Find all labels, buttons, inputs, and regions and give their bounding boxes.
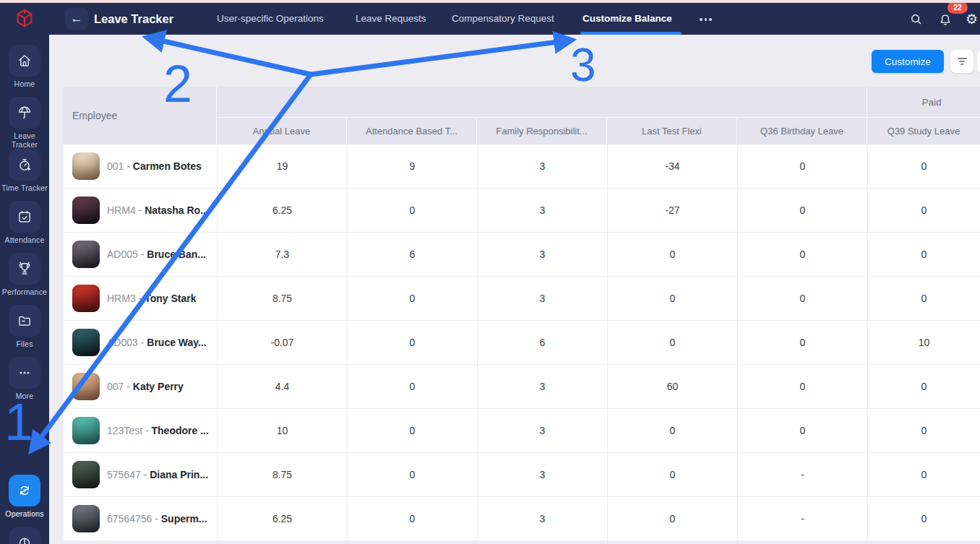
table-row[interactable]: AD005 - Bruce Ban... 7.3 6 3 0 0 0 (64, 233, 980, 277)
employee-avatar (72, 285, 100, 312)
sidebar-item-performance[interactable]: Performance (0, 253, 49, 296)
sidebar-item-label: Time Tracker (0, 184, 49, 192)
employee-name: HRM4 - Natasha Ro... (107, 204, 209, 216)
sidebar-item-leave-tracker[interactable]: Leave Tracker (0, 97, 49, 149)
app-logo-icon[interactable] (14, 7, 35, 29)
sidebar-item-label: More (0, 392, 49, 400)
balance-cell: 0 (607, 277, 737, 320)
balance-cell: 0 (737, 277, 867, 320)
column-header[interactable]: Last Test Flexi (607, 118, 737, 144)
balance-cell: 0 (867, 144, 980, 188)
balance-cell: 0 (867, 365, 980, 408)
balance-cell: 7.3 (217, 233, 347, 276)
balance-cell: 0 (867, 409, 980, 452)
clipped-toolbar-button[interactable] (977, 50, 980, 73)
balance-cell: 3 (477, 453, 607, 496)
balance-cell: 0 (737, 365, 867, 408)
column-header[interactable]: Q36 Birthday Leave (737, 118, 867, 144)
balance-cell: 3 (477, 365, 607, 408)
sidebar-item-more[interactable]: More (0, 357, 49, 400)
employee-avatar (72, 152, 100, 180)
employee-avatar (72, 505, 100, 532)
employee-name: AD003 - Bruce Way... (107, 337, 207, 348)
table-row[interactable]: HRM4 - Natasha Ro... 6.25 0 3 -27 0 0 (64, 189, 980, 233)
tab-compensatory-request[interactable]: Compensatory Request (452, 13, 554, 24)
balance-cell: 6.25 (217, 497, 347, 540)
table-row[interactable]: 007 - Katy Perry 4.4 0 3 60 0 0 (64, 365, 980, 409)
balance-cell: 0 (867, 277, 980, 320)
balance-cell: 0 (737, 321, 867, 364)
balance-cell: 0 (737, 409, 867, 452)
employee-avatar (72, 241, 100, 268)
balance-cell: 0 (347, 497, 477, 540)
sidebar-item-attendance[interactable]: Attendance (0, 201, 49, 244)
balance-cell: 0 (737, 233, 867, 276)
settings-gear-icon[interactable]: ⚙ (966, 9, 978, 28)
employee-avatar (72, 197, 100, 224)
notifications-bell-icon[interactable] (937, 12, 953, 28)
group-header-band (217, 87, 867, 117)
more-tabs-icon[interactable] (700, 18, 712, 21)
column-headers: Annual LeaveAttendance Based T...Family … (217, 117, 980, 144)
employee-name: 123Test - Theodore ... (107, 425, 209, 436)
sidebar-item-label: Files (0, 340, 49, 348)
tab-customize-balance[interactable]: Customize Balance (583, 13, 672, 24)
window-edge-strip (0, 0, 980, 3)
table-row[interactable]: AD003 - Bruce Way... -0.07 0 6 0 0 10 (64, 321, 980, 365)
balance-cell: 0 (347, 365, 477, 408)
balance-cell: 0 (347, 189, 477, 232)
balance-cell: 6 (347, 233, 477, 276)
table-row[interactable]: HRM3 - Tony Stark 8.75 0 3 0 0 0 (64, 277, 980, 321)
employee-avatar (72, 373, 100, 400)
table-row[interactable]: 67564756 - Superm... 6.25 0 3 0 - 0 (64, 497, 980, 541)
back-button[interactable]: ← (65, 8, 88, 30)
sidebar-item-files[interactable]: Files (0, 305, 49, 348)
column-header[interactable]: Annual Leave (217, 118, 347, 144)
table-row[interactable]: 123Test - Theodore ... 10 0 3 0 0 0 (64, 409, 980, 453)
sidebar-item-label: Attendance (0, 236, 49, 244)
balance-cell: 9 (347, 144, 477, 188)
balance-cell: 0 (607, 321, 737, 364)
sidebar-item-operations[interactable]: Operations (0, 475, 49, 518)
leave-tracker-app: Home Leave Tracker Time Tracker Attendan… (0, 0, 980, 544)
filter-button[interactable] (950, 50, 973, 73)
balance-cell: 4.4 (217, 365, 347, 408)
balance-cell: 0 (347, 409, 477, 452)
balance-cell: 0 (347, 321, 477, 364)
table-row[interactable]: 001 - Carmen Botes 19 9 3 -34 0 0 (64, 144, 980, 189)
column-header[interactable]: Family Responsibilit... (477, 118, 607, 144)
balance-cell: 0 (867, 497, 980, 540)
search-icon[interactable] (908, 12, 924, 27)
column-header[interactable]: Attendance Based T... (347, 118, 477, 144)
main-content: Customize Employee Paid Annual LeaveAtte… (49, 35, 980, 544)
sidebar-item-label: Performance (0, 288, 49, 296)
notification-count-badge[interactable]: 22 (947, 1, 968, 14)
balance-cell: 3 (477, 233, 607, 276)
customize-button[interactable]: Customize (872, 50, 944, 73)
active-tab-underline (580, 32, 682, 35)
sidebar-item-label: Operations (0, 509, 49, 518)
tab-leave-requests[interactable]: Leave Requests (356, 13, 426, 24)
table-header: Employee Paid Annual LeaveAttendance Bas… (64, 87, 980, 144)
balance-cell: 0 (867, 453, 980, 496)
balance-cell: 10 (867, 321, 980, 364)
column-header[interactable]: Q39 Study Leave (867, 118, 980, 144)
sidebar-item-home[interactable]: Home (0, 45, 49, 88)
balance-cell: 0 (607, 233, 737, 276)
balance-cell: 0 (347, 277, 477, 320)
balance-cell: 6.25 (217, 189, 347, 232)
balance-table: Employee Paid Annual LeaveAttendance Bas… (64, 87, 980, 541)
employee-name: HRM3 - Tony Stark (107, 293, 196, 304)
tab-user-specific-operations[interactable]: User-specific Operations (217, 13, 324, 24)
employee-column-header[interactable]: Employee (64, 87, 217, 144)
table-row[interactable]: 575647 - Diana Prin... 8.75 0 3 0 - 0 (64, 453, 980, 497)
sidebar-item-time-tracker[interactable]: Time Tracker (0, 149, 49, 192)
balance-cell: 3 (477, 144, 607, 188)
balance-cell: 0 (867, 233, 980, 276)
employee-name: 007 - Katy Perry (107, 381, 184, 392)
balance-cell: 3 (477, 497, 607, 540)
balance-cell: 0 (607, 497, 737, 540)
balance-cell: 10 (217, 409, 347, 452)
balance-cell: 0 (737, 189, 867, 232)
sidebar-item-pie-chart[interactable] (0, 527, 49, 544)
